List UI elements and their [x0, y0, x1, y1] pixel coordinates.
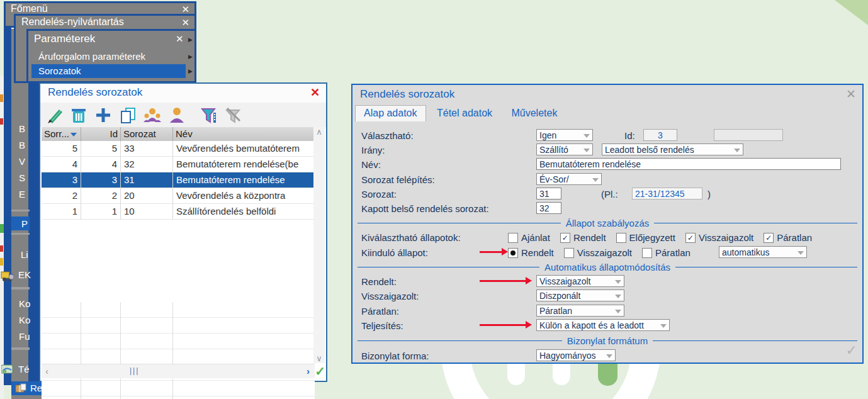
checkbox-icon[interactable]: [564, 248, 574, 258]
chevron-down-icon: [798, 251, 804, 255]
valaszthato-dropdown[interactable]: Igen: [536, 129, 593, 141]
copy-button[interactable]: [118, 105, 138, 125]
menu-item-partial[interactable]: Ko: [19, 315, 30, 325]
automatikus-dropdown[interactable]: automatikus: [719, 246, 807, 258]
field-row-kiindulo: Kiinduló állapot: Rendelt Visszaigazolt …: [361, 246, 857, 259]
checkbox-checked-icon[interactable]: ✓: [685, 233, 696, 243]
checkbox-visszaigazolt[interactable]: ✓Visszaigazolt: [685, 232, 753, 243]
menu-item-partial[interactable]: Té: [18, 364, 30, 374]
sorozat-felepites-dropdown[interactable]: Év-Sor/: [536, 173, 602, 185]
field-row-visszaigazolt: Visszaigazolt: Diszponált: [361, 289, 857, 303]
delete-button[interactable]: [69, 105, 89, 125]
checkbox-paratlan-kiindulo[interactable]: Páratlan: [642, 247, 690, 258]
package-icon: [15, 383, 26, 393]
visszaigazolt-dropdown[interactable]: Diszponált: [536, 289, 624, 301]
radio-selected-icon[interactable]: [508, 248, 518, 258]
close-icon[interactable]: ✕: [181, 4, 189, 14]
field-row-sorozat: Sorozat: 31 (Pl.: 21-31/12345 ): [361, 188, 857, 201]
nev-input[interactable]: Bemutatóterem rendelése: [536, 158, 841, 170]
clear-filter-button[interactable]: [223, 105, 244, 125]
add-button[interactable]: [93, 105, 113, 125]
checkbox-paratlan[interactable]: ✓Páratlan: [764, 232, 812, 243]
irany-type-dropdown[interactable]: Leadott belső rendelés: [602, 143, 743, 155]
checkbox-rendelt[interactable]: ✓Rendelt: [560, 232, 606, 243]
scroll-up-icon[interactable]: ∧: [316, 127, 322, 137]
user-button[interactable]: [167, 105, 187, 125]
menu-item-partial[interactable]: Ko: [19, 298, 30, 309]
field-row-paratlan: Páratlan: Páratlan: [361, 305, 857, 318]
menu-item-partial[interactable]: B: [19, 140, 25, 150]
checkbox-icon[interactable]: [508, 233, 518, 243]
field-row-teljesites: Teljesítés: Külön a kapott és a leadott: [361, 319, 857, 332]
close-icon[interactable]: ✕: [176, 34, 184, 43]
menu-item-aruforgalom[interactable]: Áruforgalom paraméterek: [38, 51, 145, 62]
checkbox-elojegyzett[interactable]: Előjegyzett: [616, 232, 675, 243]
cell-sorr: 3: [42, 172, 81, 188]
checkbox-icon[interactable]: [642, 248, 652, 258]
radio-rendelt[interactable]: Rendelt: [508, 247, 554, 258]
horizontal-scrollbar[interactable]: ‹ ||| ›: [42, 364, 315, 378]
bizonylat-forma-dropdown[interactable]: Hagyományos: [536, 349, 616, 361]
field-row-nev: Név: Bemutatóterem rendelése: [361, 158, 857, 171]
table-row[interactable]: 1 1 10 Szállítórendelés belföldi: [42, 204, 315, 220]
confirm-check-icon[interactable]: ✓: [315, 364, 325, 379]
checkbox-icon[interactable]: [616, 233, 626, 243]
menu-item-partial[interactable]: S: [19, 172, 25, 183]
filter-button[interactable]: [199, 105, 219, 125]
grid-line: [81, 302, 81, 399]
table-header[interactable]: Sorr... Id Sorozat Név: [42, 127, 315, 141]
truck-icon: [1, 270, 14, 283]
paratlan-dropdown[interactable]: Páratlan: [536, 305, 624, 317]
confirm-check-icon-disabled[interactable]: ✓: [846, 342, 857, 359]
empty-field[interactable]: [714, 129, 783, 141]
group-button[interactable]: [142, 105, 162, 125]
trash-icon: [70, 106, 87, 124]
menu-item-partial-selected[interactable]: P: [21, 218, 28, 229]
checkbox-checked-icon[interactable]: ✓: [764, 233, 774, 243]
tab-muveletek[interactable]: Műveletek: [503, 106, 565, 121]
table-row[interactable]: 2 2 20 Vevőrendelés a központra: [42, 188, 315, 204]
scroll-right-icon[interactable]: ›: [307, 366, 310, 376]
close-icon[interactable]: ✕: [846, 87, 856, 101]
cell-sorr: 4: [42, 157, 81, 172]
tab-alap-adatok[interactable]: Alap adatok: [355, 105, 426, 121]
window-title: Főmenü: [11, 3, 48, 14]
menu-item-partial[interactable]: B: [19, 123, 25, 134]
checkbox-label: Ajánlat: [521, 232, 550, 243]
menu-item-partial[interactable]: Fu: [19, 331, 30, 342]
menu-item-partial[interactable]: V: [19, 156, 25, 167]
sort-icon: [70, 133, 77, 137]
vertical-scrollbar[interactable]: ∧ ∨: [313, 127, 325, 363]
edit-button[interactable]: [44, 105, 64, 125]
irany-dropdown[interactable]: Szállító: [536, 143, 593, 155]
column-header-id[interactable]: Id: [81, 127, 121, 141]
menu-item-sorozatok[interactable]: Sorozatok: [31, 64, 186, 78]
menu-item-partial[interactable]: Li: [21, 249, 28, 260]
cell-nev: Bemutatóterem rendelése: [173, 172, 315, 188]
tab-tetel-adatok[interactable]: Tétel adatok: [429, 106, 500, 121]
scroll-down-icon[interactable]: ∨: [316, 354, 322, 363]
column-header-sorr[interactable]: Sorr...: [42, 127, 81, 141]
column-header-sorozat[interactable]: Sorozat: [121, 127, 173, 141]
table-row-selected[interactable]: 3 3 31 Bemutatóterem rendelése: [42, 172, 315, 188]
close-icon[interactable]: ✕: [181, 18, 189, 27]
plus-icon: [94, 106, 112, 124]
scroll-grip[interactable]: |||: [130, 366, 139, 375]
close-icon[interactable]: ✕: [310, 86, 320, 99]
checkbox-visszaigazolt-kiindulo[interactable]: Visszaigazolt: [564, 247, 632, 258]
menu-icon-sliver-5: [0, 258, 3, 266]
kapott-input[interactable]: 32: [536, 202, 561, 214]
table-row[interactable]: 5 5 33 Vevőrendelés bemutatóterem: [42, 141, 315, 157]
checkbox-ajanlat[interactable]: Ajánlat: [508, 232, 550, 243]
table-row[interactable]: 4 4 32 Bemutatóterem rendelése(be: [42, 157, 315, 172]
cell-nev: Vevőrendelés a központra: [173, 188, 315, 204]
menu-item-partial[interactable]: EK: [18, 269, 31, 280]
checkbox-checked-icon[interactable]: ✓: [560, 233, 570, 243]
dialog-rendeles-sorozatok-list: Rendelés sorozatok ✕: [39, 82, 327, 382]
sorozat-input[interactable]: 31: [536, 188, 561, 200]
teljesites-dropdown[interactable]: Külön a kapott és a leadott: [536, 319, 670, 331]
rendelt-dropdown[interactable]: Visszaigazolt: [536, 275, 624, 287]
menu-item-partial[interactable]: E: [19, 189, 25, 200]
column-header-nev[interactable]: Név: [173, 127, 315, 141]
scroll-left-icon[interactable]: ‹: [45, 366, 48, 376]
